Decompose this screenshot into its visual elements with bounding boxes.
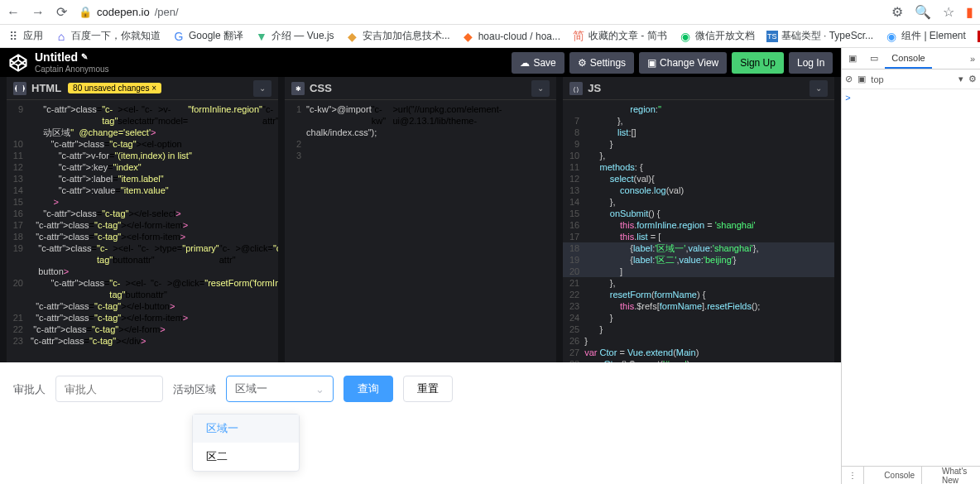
star-icon[interactable]: ☆: [943, 4, 954, 20]
codepen-logo-icon: [8, 53, 28, 73]
url-path: /pen/: [155, 6, 179, 18]
bookmark-anquan[interactable]: ◆安吉加加信息技术...: [346, 29, 450, 43]
chevron-down-icon[interactable]: ⌄: [253, 80, 271, 97]
css-label: CSS: [310, 82, 332, 94]
inspect-icon[interactable]: ▣: [842, 53, 863, 64]
pen-title[interactable]: Untitled: [35, 50, 78, 65]
css-editor: ✱ CSS ⌄ 1"c-kw">@import "c-kw">url("//un…: [285, 77, 556, 362]
apps-button[interactable]: ⠿应用: [7, 29, 43, 43]
bookmark-shoucang[interactable]: 简收藏的文章 - 简书: [572, 29, 667, 43]
css-icon: ✱: [291, 82, 305, 95]
css-code-area[interactable]: 1"c-kw">@import "c-kw">url("//unpkg.com/…: [285, 100, 556, 362]
html-icon: [13, 82, 26, 95]
url-domain: codepen.io: [97, 6, 150, 18]
codepen-app: Untitled✎ Captain Anonymous ☁Save ⚙Setti…: [0, 48, 841, 484]
bookmark-baidu[interactable]: ⌂百度一下，你就知道: [55, 29, 161, 43]
edit-icon[interactable]: ✎: [81, 52, 88, 62]
svg-text:( ): ( ): [574, 86, 579, 93]
forward-icon[interactable]: →: [31, 5, 45, 20]
devtools-panel: ▣ ▭ Console » ⊘ ▣ top ▾ ⚙ > ⋮ Console Wh…: [841, 48, 980, 484]
translate-icon[interactable]: ⚙: [891, 4, 903, 20]
back-icon[interactable]: ←: [7, 5, 20, 20]
bookmark-weixin[interactable]: ◉微信开放文档: [679, 29, 755, 43]
console-content[interactable]: >: [842, 89, 980, 466]
save-button[interactable]: ☁Save: [512, 52, 564, 74]
bookmark-vue[interactable]: ▼介绍 — Vue.js: [255, 29, 334, 43]
tab-console[interactable]: Console: [885, 48, 931, 69]
chevron-down-icon: ⌄: [315, 383, 324, 395]
url-bar[interactable]: 🔒 codepen.io/pen/: [79, 6, 179, 18]
chevron-down-icon[interactable]: ⌄: [531, 80, 550, 97]
lock-icon: 🔒: [79, 6, 92, 18]
preview-pane: 审批人 活动区域 区域一 ⌄ 查询 重置 区域一 区二: [0, 362, 841, 484]
filter-icon[interactable]: ▣: [858, 74, 866, 84]
settings-icon[interactable]: ⚙: [968, 74, 977, 84]
settings-button[interactable]: ⚙Settings: [569, 52, 634, 74]
select-value: 区域一: [235, 381, 267, 396]
reload-icon[interactable]: ⟳: [56, 4, 67, 20]
js-code-area[interactable]: region:''7 },8 list:[]9 }10 },11 methods…: [563, 100, 834, 362]
bookmark-ts[interactable]: TS基础类型 · TypeScr...: [766, 29, 873, 43]
chevron-down-icon[interactable]: ⌄: [809, 80, 828, 97]
tabs-more-icon[interactable]: »: [965, 54, 980, 64]
drawer-close-icon[interactable]: ⋮: [842, 471, 863, 480]
svg-text:✱: ✱: [295, 85, 301, 93]
change-view-button[interactable]: ▣Change View: [639, 52, 727, 74]
dropdown-item[interactable]: 区域一: [193, 415, 299, 443]
footer-tab-whatsnew[interactable]: What's New: [935, 467, 980, 485]
region-label: 活动区域: [173, 376, 216, 397]
region-select[interactable]: 区域一 ⌄: [226, 376, 334, 402]
approver-label: 审批人: [13, 376, 46, 397]
pen-author: Captain Anonymous: [35, 65, 109, 74]
context-select[interactable]: top: [871, 74, 954, 84]
footer-tab-console[interactable]: Console: [877, 471, 921, 480]
browser-navigation-bar: ← → ⟳ 🔒 codepen.io/pen/ ⚙ 🔍 ☆ ▮: [0, 0, 980, 25]
dropdown-item[interactable]: 区二: [193, 443, 299, 471]
js-label: JS: [588, 82, 601, 94]
html-code-area[interactable]: 9 "c-attr">class="c-tag"><el-select "c-a…: [7, 100, 278, 362]
login-button[interactable]: Log In: [789, 52, 833, 74]
gear-icon: ⚙: [578, 57, 587, 69]
bookmarks-bar: ⠿应用 ⌂百度一下，你就知道 GGoogle 翻译 ▼介绍 — Vue.js ◆…: [0, 25, 980, 48]
codepen-header: Untitled✎ Captain Anonymous ☁Save ⚙Setti…: [0, 48, 841, 77]
query-button[interactable]: 查询: [343, 376, 393, 402]
cloud-icon: ☁: [520, 57, 530, 69]
zoom-icon[interactable]: 🔍: [915, 4, 931, 20]
bookmark-google[interactable]: GGoogle 翻译: [172, 29, 243, 43]
region-dropdown: 区域一 区二: [192, 414, 300, 472]
device-icon[interactable]: ▭: [863, 53, 885, 64]
bookmark-element[interactable]: ◉组件 | Element: [885, 29, 966, 43]
extension-icon[interactable]: ▮: [966, 4, 973, 20]
unsaved-badge[interactable]: 80 unsaved changes ×: [68, 83, 161, 93]
chevron-down-icon: ▾: [958, 74, 963, 84]
html-editor: HTML 80 unsaved changes × ⌄ 9 "c-attr">c…: [7, 77, 278, 362]
html-label: HTML: [31, 82, 61, 94]
console-prompt: >: [845, 93, 850, 103]
signup-button[interactable]: Sign Up: [732, 52, 784, 74]
reset-button[interactable]: 重置: [403, 376, 453, 402]
js-editor: ( ) JS ⌄ region:''7 },8 list:[]9 }10 },1…: [563, 77, 834, 362]
layout-icon: ▣: [647, 57, 656, 69]
js-icon: ( ): [569, 82, 583, 95]
approver-input[interactable]: [55, 376, 163, 402]
bookmark-hoau[interactable]: ◆hoau-cloud / hoa...: [462, 30, 560, 43]
clear-icon[interactable]: ⊘: [845, 74, 853, 84]
